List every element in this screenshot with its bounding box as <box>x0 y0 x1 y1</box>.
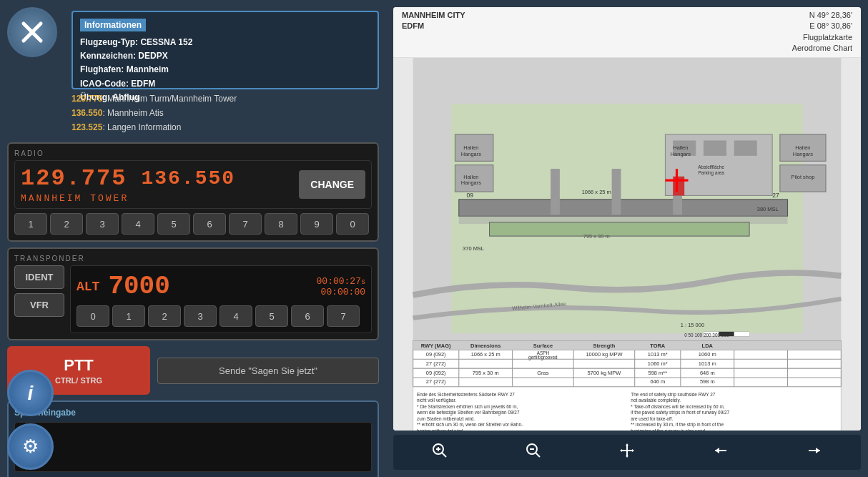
svg-text:795 x 30 m: 795 x 30 m <box>583 233 610 240</box>
svg-text:zum Starten mitbenutzt wird.: zum Starten mitbenutzt wird. <box>417 415 475 421</box>
vfr-button[interactable]: VFR <box>14 293 64 317</box>
voice-input-field[interactable] <box>14 422 372 472</box>
radio-btn-4[interactable]: 4 <box>122 213 154 235</box>
svg-text:* Take-off distances will be i: * Take-off distances will be increased b… <box>631 403 724 409</box>
transponder-btn-6[interactable]: 6 <box>291 305 324 327</box>
transponder-side-buttons: IDENT VFR <box>14 265 64 333</box>
chart-type-en: Aerodrome Chart <box>792 44 852 52</box>
zoom-in-button[interactable] <box>417 439 463 466</box>
svg-text:Surface: Surface <box>533 343 553 349</box>
change-button[interactable]: CHANGE <box>299 170 365 199</box>
radio-btn-6[interactable]: 6 <box>193 213 226 235</box>
transponder-btn-4[interactable]: 4 <box>220 305 252 327</box>
svg-text:380 MSL: 380 MSL <box>757 205 779 212</box>
radio-panel: RADIO 129.775 136.550 MANNHEIM TOWER CHA… <box>7 142 379 242</box>
transponder-btn-2[interactable]: 2 <box>148 305 181 327</box>
info-box-title: Informationen <box>80 19 146 31</box>
radio-btn-5[interactable]: 5 <box>157 213 190 235</box>
radio-btn-2[interactable]: 2 <box>50 213 83 235</box>
chart-title-left: MANNHEIM CITY EDFM <box>402 10 465 32</box>
aircraft-info: Flugzeug-Typ: CESSNA 152 <box>80 36 370 49</box>
transponder-btn-1[interactable]: 1 <box>112 305 145 327</box>
radio-btn-9[interactable]: 9 <box>300 213 333 235</box>
aerodrome-chart-svg: Hallen Hangars Hallen Hangars Hallen Han… <box>393 58 861 431</box>
transponder-inner: IDENT VFR ALT 7000 00:00:27s 00:00:00 0 … <box>14 265 372 333</box>
svg-text:0   50  100   200   300   500: 0 50 100 200 300 500 <box>684 333 729 338</box>
transponder-mode: ALT <box>77 280 99 294</box>
svg-line-108 <box>442 453 446 457</box>
forward-button[interactable] <box>791 439 837 466</box>
zoom-out-button[interactable] <box>511 439 556 466</box>
right-panel: MANNHEIM CITY EDFM N 49° 28,36' E 08° 30… <box>386 0 868 477</box>
svg-text:not available completely.: not available completely. <box>631 398 681 403</box>
svg-marker-114 <box>626 443 628 446</box>
svg-text:** erhöht sich um 30 m, wenn d: ** erhöht sich um 30 m, wenn der Streife… <box>417 422 523 427</box>
svg-text:1 : 15 000: 1 : 15 000 <box>681 322 704 328</box>
ptt-section: PTT CTRL/ STRG Sende "Sagen Sie jetzt" <box>7 346 379 395</box>
svg-marker-121 <box>816 448 820 453</box>
svg-rect-10 <box>490 222 750 235</box>
back-button[interactable] <box>698 439 744 466</box>
svg-text:The end of safety strip souths: The end of safety strip southside RWY 27 <box>631 391 715 397</box>
radio-btn-7[interactable]: 7 <box>229 213 262 235</box>
radio-btn-3[interactable]: 3 <box>86 213 119 235</box>
ident-button[interactable]: IDENT <box>14 265 64 289</box>
chart-title-right: N 49° 28,36' E 08° 30,86' Flugplatzkarte… <box>792 10 852 54</box>
svg-text:Parking area: Parking area <box>698 169 724 175</box>
chart-city: MANNHEIM CITY <box>402 11 465 19</box>
left-panel: Informationen Flugzeug-Typ: CESSNA 152 K… <box>0 0 386 477</box>
callsign-info: Kennzeichen: DEDPX <box>80 49 370 63</box>
svg-text:* Die Startstrecken erhöhen si: * Die Startstrecken erhöhen sich um jewe… <box>417 403 518 409</box>
radio-btn-1[interactable]: 1 <box>14 213 47 235</box>
close-button[interactable] <box>7 7 57 57</box>
svg-rect-24 <box>734 331 749 335</box>
svg-text:Hangars: Hangars <box>461 150 481 157</box>
svg-rect-7 <box>612 169 621 215</box>
svg-text:are used for take-off.: are used for take-off. <box>631 415 673 421</box>
transponder-top: ALT 7000 00:00:27s 00:00:00 <box>77 272 365 301</box>
radio-standby-freq: 136.550 <box>141 167 235 190</box>
svg-text:1013 m*: 1013 m* <box>648 351 668 358</box>
sende-button[interactable]: Sende "Sagen Sie jetzt" <box>157 358 379 384</box>
svg-rect-13 <box>704 140 726 155</box>
radio-label: RADIO <box>14 149 372 157</box>
info-icon-button[interactable]: i <box>7 370 54 416</box>
svg-text:646 m: 646 m <box>700 369 715 375</box>
svg-text:5700 kg MPW: 5700 kg MPW <box>587 369 621 375</box>
svg-text:598 m: 598 m <box>700 378 715 385</box>
chart-type: Flugplatzkarte <box>803 33 852 41</box>
radio-station-name: MANNHEIM TOWER <box>21 193 235 204</box>
svg-text:Strength: Strength <box>593 343 616 349</box>
airport-info: Flughafen: Mannheim <box>80 63 370 77</box>
transponder-btn-0[interactable]: 0 <box>77 305 109 327</box>
info-icon: i <box>28 382 34 405</box>
chart-image[interactable]: Hallen Hangars Hallen Hangars Hallen Han… <box>393 58 861 431</box>
svg-marker-115 <box>626 456 628 458</box>
svg-text:beginning of the runway is als: beginning of the runway is also used. <box>631 428 706 431</box>
radio-btn-8[interactable]: 8 <box>265 213 297 235</box>
svg-text:27 (272): 27 (272) <box>426 360 446 366</box>
chart-icao: EDFM <box>402 21 424 30</box>
chart-coords-lon: E 08° 30,86' <box>809 21 852 30</box>
transponder-btn-7[interactable]: 7 <box>327 305 360 327</box>
svg-text:Abstelffläche: Abstelffläche <box>698 164 724 169</box>
svg-text:27 (272): 27 (272) <box>426 378 446 385</box>
freq-1: 129.775: Mannheim Turm/Mannheim Tower <box>71 92 379 105</box>
bottom-icons: i ⚙ <box>7 370 54 470</box>
svg-text:RWY (MAG): RWY (MAG) <box>421 343 451 349</box>
pan-button[interactable] <box>604 439 650 466</box>
svg-text:Hangars: Hangars <box>671 150 691 157</box>
chart-container: MANNHEIM CITY EDFM N 49° 28,36' E 08° 30… <box>393 7 861 431</box>
settings-icon-button[interactable]: ⚙ <box>7 423 54 470</box>
transponder-btn-3[interactable]: 3 <box>184 305 217 327</box>
radio-btn-0[interactable]: 0 <box>336 213 369 235</box>
zoom-in-icon <box>431 442 448 459</box>
zoom-out-icon <box>525 442 542 459</box>
close-icon <box>18 18 46 46</box>
back-icon <box>712 442 729 459</box>
transponder-btn-5[interactable]: 5 <box>255 305 288 327</box>
chart-header: MANNHEIM CITY EDFM N 49° 28,36' E 08° 30… <box>393 7 861 58</box>
svg-marker-117 <box>632 449 634 452</box>
svg-line-111 <box>536 453 540 457</box>
chart-toolbar <box>393 435 861 470</box>
